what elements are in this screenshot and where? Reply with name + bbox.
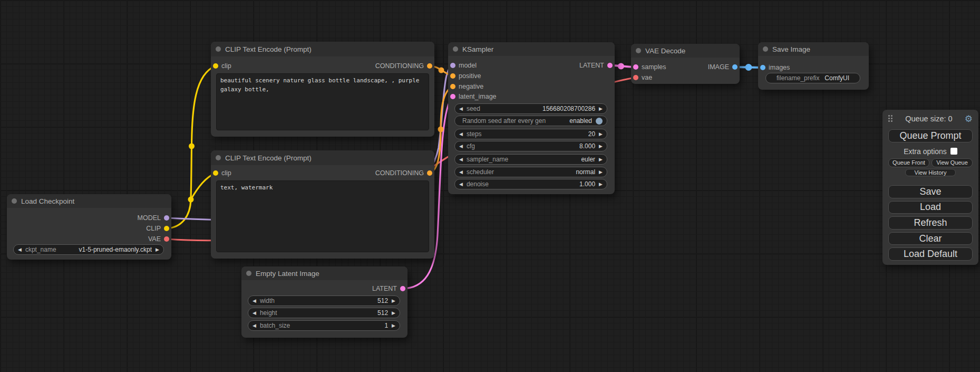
conditioning-output-label: CONDITIONING xyxy=(375,62,424,70)
latent-output-port[interactable] xyxy=(607,63,613,68)
node-empty-latent-image[interactable]: Empty Latent Image LATENT ◀ width 512 ▶ … xyxy=(241,266,407,338)
samples-input-port[interactable] xyxy=(633,64,638,70)
image-output-port[interactable] xyxy=(732,64,738,70)
denoise-widget[interactable]: ◀ denoise 1.000 ▶ xyxy=(454,179,607,189)
collapse-dot-icon[interactable] xyxy=(216,46,221,52)
increment-arrow-icon[interactable]: ▶ xyxy=(599,144,603,149)
increment-arrow-icon[interactable]: ▶ xyxy=(599,182,603,187)
increment-arrow-icon[interactable]: ▶ xyxy=(392,323,395,328)
positive-input-port[interactable] xyxy=(450,73,455,79)
collapse-dot-icon[interactable] xyxy=(453,46,458,52)
node-title: VAE Decode xyxy=(645,47,685,55)
toggle-knob-icon[interactable] xyxy=(596,118,603,125)
node-title-bar[interactable]: Load Checkpoint xyxy=(7,194,171,208)
decrement-arrow-icon[interactable]: ◀ xyxy=(253,299,256,303)
node-title-bar[interactable]: KSampler xyxy=(448,42,615,56)
clear-button[interactable]: Clear xyxy=(888,232,973,245)
link-dot xyxy=(438,127,444,132)
node-title: CLIP Text Encode (Prompt) xyxy=(225,154,312,162)
vae-output-label: VAE xyxy=(148,235,161,243)
latent-image-input-port[interactable] xyxy=(450,94,455,99)
decrement-arrow-icon[interactable]: ◀ xyxy=(459,144,463,149)
comfyui-canvas[interactable]: { "icons": { "left_arrow": "◀", "right_a… xyxy=(0,0,980,372)
increment-arrow-icon[interactable]: ▶ xyxy=(156,247,159,252)
increment-arrow-icon[interactable]: ▶ xyxy=(599,157,603,162)
increment-arrow-icon[interactable]: ▶ xyxy=(599,132,603,137)
vae-input-port[interactable] xyxy=(633,75,638,80)
sampler-name-widget[interactable]: ◀ sampler_name euler ▶ xyxy=(454,154,607,165)
load-default-button[interactable]: Load Default xyxy=(888,247,973,261)
collapse-dot-icon[interactable] xyxy=(636,48,641,53)
link-dot xyxy=(439,68,444,73)
decrement-arrow-icon[interactable]: ◀ xyxy=(253,323,256,328)
decrement-arrow-icon[interactable]: ◀ xyxy=(459,107,463,111)
steps-widget[interactable]: ◀ steps 20 ▶ xyxy=(454,129,607,139)
view-history-button[interactable]: View History xyxy=(905,169,956,177)
model-input-label: model xyxy=(459,62,477,69)
link-dot xyxy=(618,63,624,70)
latent-output-port[interactable] xyxy=(400,286,405,291)
settings-gear-icon[interactable]: ⚙ xyxy=(965,115,973,123)
negative-prompt-textarea[interactable]: text, watermark xyxy=(216,180,429,252)
height-widget[interactable]: ◀ height 512 ▶ xyxy=(248,308,400,318)
decrement-arrow-icon[interactable]: ◀ xyxy=(253,311,256,316)
node-clip-text-encode-positive[interactable]: CLIP Text Encode (Prompt) clip CONDITION… xyxy=(211,42,434,137)
conditioning-output-port[interactable] xyxy=(427,63,432,69)
node-title: Empty Latent Image xyxy=(256,270,319,278)
node-title-bar[interactable]: Save Image xyxy=(758,42,869,56)
cfg-widget[interactable]: ◀ cfg 8.000 ▶ xyxy=(454,141,607,151)
queue-prompt-button[interactable]: Queue Prompt xyxy=(888,129,973,142)
latent-output-label: LATENT xyxy=(372,285,397,292)
decrement-arrow-icon[interactable]: ◀ xyxy=(459,132,463,137)
clip-input-port[interactable] xyxy=(213,170,218,176)
save-button[interactable]: Save xyxy=(888,185,973,198)
link-dot xyxy=(188,197,194,203)
ckpt-name-widget[interactable]: ◀ ckpt_name v1-5-pruned-emaonly.ckpt ▶ xyxy=(13,244,164,255)
decrement-arrow-icon[interactable]: ◀ xyxy=(459,170,463,175)
refresh-button[interactable]: Refresh xyxy=(888,216,973,230)
width-widget[interactable]: ◀ width 512 ▶ xyxy=(248,295,400,306)
view-queue-button[interactable]: View Queue xyxy=(932,158,973,167)
queue-front-button[interactable]: Queue Front xyxy=(888,158,929,167)
clip-output-port[interactable] xyxy=(164,226,169,231)
node-title-bar[interactable]: VAE Decode xyxy=(631,44,740,58)
batch-size-widget[interactable]: ◀ batch_size 1 ▶ xyxy=(248,320,400,331)
collapse-dot-icon[interactable] xyxy=(246,271,251,276)
decrement-arrow-icon[interactable]: ◀ xyxy=(18,247,22,252)
node-load-checkpoint[interactable]: Load Checkpoint MODEL CLIP VAE ◀ ckpt_na… xyxy=(7,194,171,260)
clip-input-port[interactable] xyxy=(213,63,218,69)
node-ksampler[interactable]: KSampler model LATENT positive negative … xyxy=(448,42,615,194)
node-clip-text-encode-negative[interactable]: CLIP Text Encode (Prompt) clip CONDITION… xyxy=(211,150,434,259)
increment-arrow-icon[interactable]: ▶ xyxy=(599,170,603,175)
filename-prefix-widget[interactable]: filename_prefix ComfyUI xyxy=(765,73,860,83)
node-title-bar[interactable]: CLIP Text Encode (Prompt) xyxy=(211,42,434,56)
collapse-dot-icon[interactable] xyxy=(216,155,221,160)
collapse-dot-icon[interactable] xyxy=(12,198,17,204)
conditioning-output-port[interactable] xyxy=(427,170,432,176)
collapse-dot-icon[interactable] xyxy=(763,46,768,52)
random-seed-toggle-widget[interactable]: Random seed after every gen enabled xyxy=(454,116,607,126)
increment-arrow-icon[interactable]: ▶ xyxy=(599,107,603,111)
node-title-bar[interactable]: Empty Latent Image xyxy=(241,266,407,280)
node-title: KSampler xyxy=(462,45,493,53)
increment-arrow-icon[interactable]: ▶ xyxy=(392,299,395,303)
model-output-port[interactable] xyxy=(164,215,169,221)
load-button[interactable]: Load xyxy=(888,201,973,214)
seed-widget[interactable]: ◀ seed 156680208700286 ▶ xyxy=(454,103,607,114)
increment-arrow-icon[interactable]: ▶ xyxy=(392,311,395,316)
node-title-bar[interactable]: CLIP Text Encode (Prompt) xyxy=(211,150,434,165)
decrement-arrow-icon[interactable]: ◀ xyxy=(459,182,463,187)
panel-drag-handle-icon[interactable] xyxy=(888,115,893,122)
node-save-image[interactable]: Save Image images filename_prefix ComfyU… xyxy=(758,42,869,90)
clip-output-label: CLIP xyxy=(146,225,161,232)
negative-input-port[interactable] xyxy=(450,84,455,89)
scheduler-widget[interactable]: ◀ scheduler normal ▶ xyxy=(454,167,607,177)
vae-output-port[interactable] xyxy=(164,236,169,242)
clip-input-label: clip xyxy=(221,169,231,177)
extra-options-checkbox[interactable] xyxy=(950,148,957,155)
positive-prompt-textarea[interactable]: beautiful scenery nature glass bottle la… xyxy=(216,73,429,130)
images-input-port[interactable] xyxy=(760,65,765,70)
decrement-arrow-icon[interactable]: ◀ xyxy=(459,157,463,162)
model-input-port[interactable] xyxy=(450,63,455,68)
node-vae-decode[interactable]: VAE Decode samples IMAGE vae xyxy=(631,44,740,84)
